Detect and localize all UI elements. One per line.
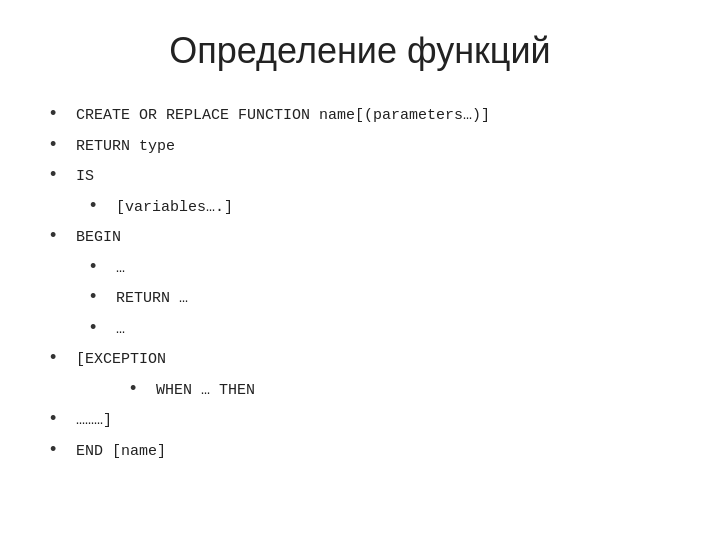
list-item: •IS — [50, 161, 670, 190]
bullet-content: RETURN type — [76, 134, 175, 160]
bullet-dot: • — [50, 161, 70, 188]
bullet-dot: • — [90, 314, 110, 341]
bullet-content: CREATE OR REPLACE FUNCTION name[(paramet… — [76, 103, 490, 129]
bullet-list: •CREATE OR REPLACE FUNCTION name[(parame… — [50, 100, 670, 466]
bullet-dot: • — [130, 375, 150, 402]
bullet-dot: • — [50, 344, 70, 371]
list-item: •BEGIN — [50, 222, 670, 251]
bullet-dot: • — [90, 192, 110, 219]
page-title: Определение функций — [50, 30, 670, 72]
list-item: •RETURN type — [50, 131, 670, 160]
bullet-content: END [name] — [76, 439, 166, 465]
bullet-content: ………] — [76, 408, 112, 434]
bullet-dot: • — [90, 253, 110, 280]
list-item: •CREATE OR REPLACE FUNCTION name[(parame… — [50, 100, 670, 129]
bullet-content: [variables….] — [116, 195, 233, 221]
bullet-content: … — [116, 317, 125, 343]
bullet-content: RETURN … — [116, 286, 188, 312]
bullet-dot: • — [50, 131, 70, 158]
list-item: •… — [50, 314, 670, 343]
list-item: •RETURN … — [50, 283, 670, 312]
bullet-content: WHEN … THEN — [156, 378, 255, 404]
list-item: •………] — [50, 405, 670, 434]
list-item: •WHEN … THEN — [50, 375, 670, 404]
list-item: •[variables….] — [50, 192, 670, 221]
list-item: •[EXCEPTION — [50, 344, 670, 373]
bullet-content: [EXCEPTION — [76, 347, 166, 373]
bullet-dot: • — [50, 405, 70, 432]
bullet-dot: • — [50, 222, 70, 249]
bullet-content: IS — [76, 164, 94, 190]
bullet-content: BEGIN — [76, 225, 121, 251]
bullet-dot: • — [50, 100, 70, 127]
bullet-content: … — [116, 256, 125, 282]
list-item: •END [name] — [50, 436, 670, 465]
page: Определение функций •CREATE OR REPLACE F… — [0, 0, 720, 540]
bullet-dot: • — [50, 436, 70, 463]
bullet-dot: • — [90, 283, 110, 310]
list-item: •… — [50, 253, 670, 282]
